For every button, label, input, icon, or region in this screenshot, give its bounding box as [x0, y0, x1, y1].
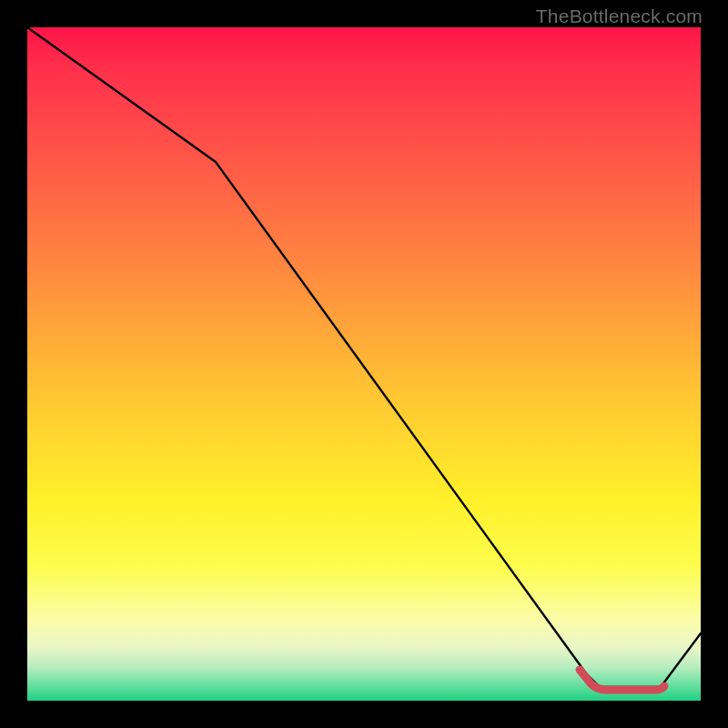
- chart-overlay: [27, 27, 701, 701]
- attribution-text: TheBottleneck.com: [536, 5, 703, 27]
- plot-area: [27, 27, 701, 701]
- chart-stage: TheBottleneck.com: [0, 0, 728, 728]
- optimal-range-marker: [580, 670, 664, 690]
- bottleneck-curve: [27, 27, 701, 687]
